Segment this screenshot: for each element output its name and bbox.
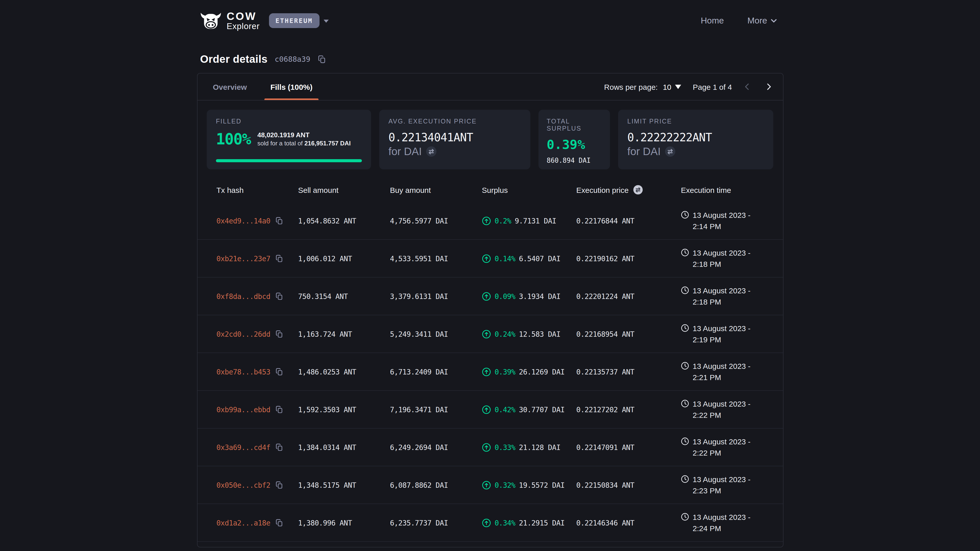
execution-price-cell: 0.22147091 ANT xyxy=(576,443,681,451)
filled-progress-bar xyxy=(216,159,362,162)
limit-price-invert-icon[interactable] xyxy=(665,146,676,157)
sell-amount-cell: 1,380.996 ANT xyxy=(298,519,390,527)
avg-execution-price-card: AVG. EXECUTION PRICE 0.22134041ANT for D… xyxy=(379,110,530,169)
tx-hash-link[interactable]: 0x050e...cbf2 xyxy=(216,481,270,489)
execution-time-text: 13 August 2023 - 2:22 PM xyxy=(693,436,762,458)
execution-time-cell: 13 August 2023 - 2:18 PM xyxy=(681,248,776,270)
tx-hash-cell: 0xb21e...23e7 xyxy=(216,254,298,262)
execution-time-cell: 13 August 2023 - 2:19 PM xyxy=(681,323,776,345)
avg-price-value: 0.22134041ANT xyxy=(388,131,521,144)
limit-price-label: LIMIT PRICE xyxy=(627,118,764,125)
next-page-button[interactable] xyxy=(765,82,773,92)
clock-icon xyxy=(681,475,689,483)
execution-time-cell: 13 August 2023 - 2:24 PM xyxy=(681,512,776,534)
copy-tx-hash-button[interactable] xyxy=(275,292,283,300)
col-execution-time: Execution time xyxy=(681,186,776,194)
network-selector[interactable]: ETHEREUM xyxy=(269,14,319,28)
tab-fills[interactable]: Fills (100%) xyxy=(266,73,317,100)
copy-tx-hash-button[interactable] xyxy=(275,481,283,489)
tx-hash-link[interactable]: 0xd1a2...a18e xyxy=(216,519,270,527)
execution-time-text: 13 August 2023 - 2:18 PM xyxy=(693,248,762,270)
copy-tx-hash-button[interactable] xyxy=(275,330,283,338)
execution-time-text: 13 August 2023 - 2:18 PM xyxy=(693,285,762,307)
filled-sold-text: sold for a total of 216,951.757 DAI xyxy=(258,139,351,148)
execution-time-cell: 13 August 2023 - 2:23 PM xyxy=(681,474,776,496)
avg-price-label: AVG. EXECUTION PRICE xyxy=(388,118,521,125)
clock-icon xyxy=(681,286,689,294)
copy-tx-hash-button[interactable] xyxy=(275,217,283,225)
execution-price-cell: 0.22168954 ANT xyxy=(576,330,681,338)
clock-icon xyxy=(681,437,689,445)
copy-tx-hash-button[interactable] xyxy=(275,368,283,376)
surplus-up-icon xyxy=(482,480,491,489)
execution-time-text: 13 August 2023 - 2:22 PM xyxy=(693,399,762,421)
tx-hash-link[interactable]: 0x2cd0...26dd xyxy=(216,330,270,338)
copy-order-id-button[interactable] xyxy=(318,55,326,64)
surplus-amount: 26.1269 DAI xyxy=(519,368,565,376)
tx-hash-cell: 0xbe78...b453 xyxy=(216,368,298,376)
table-row: 0xbe78...b453 1,486.0253 ANT 6,713.2409 … xyxy=(197,353,783,391)
pagination: Rows per page: 10 Page 1 of 4 xyxy=(604,82,773,92)
sell-amount-cell: 1,054.8632 ANT xyxy=(298,217,390,225)
tx-hash-cell: 0xf8da...dbcd xyxy=(216,292,298,300)
surplus-percent: 0.39% xyxy=(495,368,515,376)
filled-sold-total: 216,951.757 DAI xyxy=(304,140,351,147)
execution-price-cell: 0.22176844 ANT xyxy=(576,217,681,225)
surplus-cell: 0.39% 26.1269 DAI xyxy=(482,367,576,376)
tabs: Overview Fills (100%) xyxy=(209,73,332,100)
brand-logo[interactable]: COW Explorer xyxy=(200,11,259,31)
copy-tx-hash-button[interactable] xyxy=(275,254,283,262)
execution-price-cell: 0.22201224 ANT xyxy=(576,292,681,300)
clock-icon xyxy=(681,324,689,332)
execution-time-text: 13 August 2023 - 2:24 PM xyxy=(693,512,762,534)
nav-home-link[interactable]: Home xyxy=(701,16,724,26)
execution-price-invert-icon[interactable] xyxy=(633,185,643,195)
surplus-cell: 0.14% 6.5407 DAI xyxy=(482,254,576,263)
page-status: Page 1 of 4 xyxy=(693,83,732,91)
table-row: 0xf8da...dbcd 750.3154 ANT 3,379.6131 DA… xyxy=(197,278,783,315)
rows-per-page-label: Rows per page: xyxy=(604,83,658,91)
prev-page-button[interactable] xyxy=(743,82,751,92)
execution-price-cell: 0.22190162 ANT xyxy=(576,254,681,262)
brand-name: COW xyxy=(227,11,259,22)
execution-time-text: 13 August 2023 - 2:19 PM xyxy=(693,323,762,345)
col-execution-price: Execution price xyxy=(576,185,681,195)
tx-hash-link[interactable]: 0xb99a...ebbd xyxy=(216,405,270,413)
avg-price-invert-icon[interactable] xyxy=(426,146,437,157)
tx-hash-link[interactable]: 0x4ed9...14a0 xyxy=(216,217,270,225)
execution-time-text: 13 August 2023 - 2:14 PM xyxy=(693,210,762,232)
surplus-cell: 0.09% 3.1934 DAI xyxy=(482,292,576,301)
surplus-up-icon xyxy=(482,216,491,225)
tx-hash-link[interactable]: 0x3a69...cd4f xyxy=(216,443,270,451)
surplus-up-icon xyxy=(482,254,491,263)
execution-price-cell: 0.22146346 ANT xyxy=(576,519,681,527)
buy-amount-cell: 6,235.7737 DAI xyxy=(390,519,482,527)
execution-time-text: 13 August 2023 - 2:23 PM xyxy=(693,474,762,496)
tx-hash-link[interactable]: 0xbe78...b453 xyxy=(216,368,270,376)
nav-more-link[interactable]: More xyxy=(748,16,777,26)
total-surplus-label: TOTAL SURPLUS xyxy=(547,118,605,132)
copy-tx-hash-button[interactable] xyxy=(275,405,283,413)
surplus-percent: 0.42% xyxy=(495,405,515,413)
execution-price-cell: 0.22150834 ANT xyxy=(576,481,681,489)
avg-price-unit: for DAI xyxy=(388,145,422,158)
tab-overview[interactable]: Overview xyxy=(209,73,251,100)
col-surplus: Surplus xyxy=(482,186,576,194)
tx-hash-cell: 0x4ed9...14a0 xyxy=(216,217,298,225)
table-header-row: Tx hash Sell amount Buy amount Surplus E… xyxy=(197,178,783,202)
tx-hash-cell: 0xd1a2...a18e xyxy=(216,519,298,527)
buy-amount-cell: 3,379.6131 DAI xyxy=(390,292,482,300)
copy-tx-hash-button[interactable] xyxy=(275,519,283,527)
tx-hash-cell: 0x3a69...cd4f xyxy=(216,443,298,451)
tx-hash-link[interactable]: 0xf8da...dbcd xyxy=(216,292,270,300)
buy-amount-cell: 6,713.2409 DAI xyxy=(390,368,482,376)
copy-tx-hash-button[interactable] xyxy=(275,443,283,451)
rows-per-page-select[interactable]: 10 xyxy=(663,83,681,91)
tx-hash-link[interactable]: 0xb21e...23e7 xyxy=(216,254,270,262)
rows-per-page: Rows per page: 10 xyxy=(604,83,682,91)
network-dropdown-caret-icon[interactable] xyxy=(323,19,329,23)
brand-subname: Explorer xyxy=(227,22,259,31)
filled-percent: 100% xyxy=(216,130,251,148)
surplus-percent: 0.09% xyxy=(495,292,515,300)
col-tx-hash: Tx hash xyxy=(216,186,298,194)
